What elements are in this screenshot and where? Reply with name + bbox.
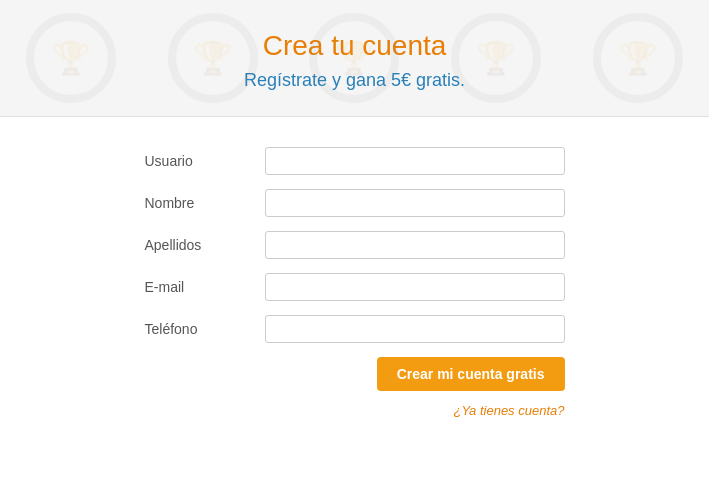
registration-form: Usuario Nombre Apellidos E-mail Teléfono… — [145, 147, 565, 418]
page-subtitle: Regístrate y gana 5€ gratis. — [20, 70, 689, 91]
button-row: Crear mi cuenta gratis — [145, 357, 565, 391]
submit-button[interactable]: Crear mi cuenta gratis — [377, 357, 565, 391]
field-row-nombre: Nombre — [145, 189, 565, 217]
input-apellidos[interactable] — [265, 231, 565, 259]
input-usuario[interactable] — [265, 147, 565, 175]
login-link-row: ¿Ya tienes cuenta? — [145, 403, 565, 418]
field-row-email: E-mail — [145, 273, 565, 301]
login-link[interactable]: ¿Ya tienes cuenta? — [453, 403, 564, 418]
input-nombre[interactable] — [265, 189, 565, 217]
label-apellidos: Apellidos — [145, 237, 265, 253]
label-telefono: Teléfono — [145, 321, 265, 337]
label-usuario: Usuario — [145, 153, 265, 169]
form-section: Usuario Nombre Apellidos E-mail Teléfono… — [0, 117, 709, 438]
page-title: Crea tu cuenta — [20, 30, 689, 62]
input-telefono[interactable] — [265, 315, 565, 343]
field-row-usuario: Usuario — [145, 147, 565, 175]
header-section: 🏆 🏆 🏆 🏆 🏆 Crea tu cuenta Regístrate y ga… — [0, 0, 709, 117]
label-email: E-mail — [145, 279, 265, 295]
field-row-telefono: Teléfono — [145, 315, 565, 343]
label-nombre: Nombre — [145, 195, 265, 211]
input-email[interactable] — [265, 273, 565, 301]
field-row-apellidos: Apellidos — [145, 231, 565, 259]
